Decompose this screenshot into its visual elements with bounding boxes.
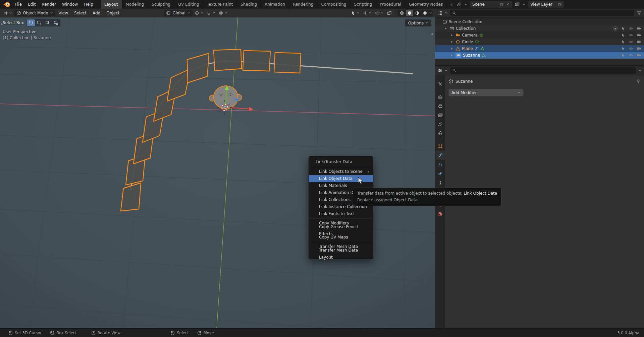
close-icon[interactable] — [506, 2, 510, 6]
copy-icon[interactable] — [500, 2, 504, 6]
tab-particles[interactable] — [436, 160, 445, 169]
options-dropdown[interactable]: Options — [405, 19, 431, 26]
proportional-editing-toggle[interactable] — [217, 10, 229, 16]
chevron-down-icon[interactable] — [464, 3, 467, 6]
3d-viewport[interactable]: Select Box User Perspective (1) Collecti… — [0, 17, 435, 328]
view-layer-selector[interactable]: View Layer — [528, 1, 564, 8]
expand-icon[interactable] — [450, 47, 454, 50]
outliner-search[interactable] — [450, 10, 634, 16]
expand-icon[interactable] — [450, 34, 454, 37]
view-layer-icon[interactable] — [515, 2, 520, 7]
tab-constraints[interactable] — [436, 178, 445, 187]
workspace-tab-shading[interactable]: Shading — [237, 0, 261, 9]
workspace-tab-texture-paint[interactable]: Texture Paint — [203, 0, 237, 9]
render-camera-icon[interactable] — [637, 33, 641, 38]
chevron-down-icon[interactable] — [522, 3, 525, 6]
tab-tool[interactable] — [436, 79, 445, 88]
menu-item-link-fonts-to-text[interactable]: Link Fonts to Text — [309, 210, 373, 217]
menu-item-copy-grease-pencil-effects[interactable]: Copy Grease Pencil Effects — [309, 227, 373, 234]
workspace-tab-uv-editing[interactable]: UV Editing — [174, 0, 203, 9]
tab-view-layer[interactable] — [436, 111, 445, 120]
select-mode-intersect-button[interactable] — [52, 19, 60, 26]
gizmo-plane-handle[interactable] — [235, 98, 238, 101]
tab-render[interactable] — [436, 92, 445, 102]
hide-eye-icon[interactable] — [629, 53, 633, 58]
blender-logo-icon[interactable] — [3, 1, 11, 8]
workspace-tab-procedural[interactable]: Procedural — [376, 0, 405, 9]
select-mode-extend-button[interactable] — [35, 19, 43, 26]
add-workspace-button[interactable]: + — [447, 0, 457, 9]
workspace-tab-animation[interactable]: Animation — [261, 0, 289, 9]
workspace-tab-scripting[interactable]: Scripting — [351, 0, 376, 9]
chevron-down-icon[interactable] — [445, 11, 448, 14]
chevron-down-icon[interactable] — [638, 69, 641, 72]
properties-editor-icon[interactable] — [438, 68, 442, 73]
menu-edit[interactable]: Edit — [25, 0, 39, 9]
outliner-row-camera[interactable]: Camera — [435, 32, 644, 39]
editor-type-button[interactable] — [2, 10, 13, 16]
add-modifier-dropdown[interactable]: Add Modifier — [448, 89, 524, 96]
workspace-tab-compositing[interactable]: Compositing — [317, 0, 350, 9]
outliner-row-suzanne[interactable]: Suzanne — [435, 52, 644, 59]
overlays-dropdown[interactable] — [374, 10, 385, 16]
filter-icon[interactable] — [637, 11, 641, 15]
hide-eye-icon[interactable] — [629, 33, 633, 38]
hide-eye-icon[interactable] — [629, 40, 633, 44]
tab-texture[interactable] — [436, 209, 445, 218]
selectable-pointer-icon[interactable] — [621, 26, 625, 30]
properties-search[interactable] — [450, 67, 636, 74]
scene-icon[interactable] — [457, 2, 462, 7]
selectable-pointer-icon[interactable] — [621, 47, 625, 51]
render-camera-icon[interactable] — [637, 53, 641, 58]
menu-select[interactable]: Select — [71, 9, 89, 17]
workspace-tab-layout[interactable]: Layout — [100, 0, 122, 9]
outliner-editor-icon[interactable] — [438, 11, 442, 15]
shading-material-button[interactable] — [414, 10, 421, 16]
expand-icon[interactable] — [450, 41, 454, 43]
hide-eye-icon[interactable] — [629, 26, 633, 31]
menu-file[interactable]: File — [12, 0, 25, 9]
menu-add[interactable]: Add — [90, 9, 103, 17]
render-camera-icon[interactable] — [637, 46, 641, 51]
tab-object[interactable] — [436, 142, 445, 151]
menu-object[interactable]: Object — [104, 9, 122, 17]
shading-wireframe-button[interactable] — [398, 10, 406, 16]
chevron-down-icon[interactable] — [429, 11, 432, 14]
outliner-row-scene-collection[interactable]: Scene Collection — [435, 18, 644, 25]
workspace-tab-modeling[interactable]: Modeling — [122, 0, 148, 9]
menu-item-transfer-mesh-data-layout[interactable]: Transfer Mesh Data Layout — [309, 250, 373, 257]
properties-search-input[interactable] — [458, 68, 634, 73]
menu-item-copy-uv-maps[interactable]: Copy UV Maps — [309, 234, 373, 241]
menu-window[interactable]: Window — [59, 0, 81, 9]
mode-dropdown[interactable]: Object Mode — [14, 10, 55, 16]
snap-toggle[interactable] — [205, 10, 217, 16]
select-mode-new-button[interactable] — [27, 19, 35, 26]
tab-modifiers[interactable] — [436, 151, 445, 160]
selectable-pointer-icon[interactable] — [621, 40, 625, 44]
selectable-pointer-icon[interactable] — [621, 53, 625, 57]
workspace-tab-rendering[interactable]: Rendering — [289, 0, 317, 9]
menu-render[interactable]: Render — [39, 0, 59, 9]
xray-toggle[interactable] — [386, 10, 393, 16]
selectable-pointer-icon[interactable] — [621, 33, 625, 37]
workspace-tab-sculpting[interactable]: Sculpting — [148, 0, 174, 9]
checkbox-icon[interactable] — [613, 26, 618, 31]
menu-help[interactable]: Help — [81, 0, 96, 9]
outliner-row-collection[interactable]: Collection — [435, 25, 644, 32]
outliner-row-circle[interactable]: Circle — [435, 39, 644, 45]
workspace-tab-geometry-nodes[interactable]: Geometry Nodes — [405, 0, 447, 9]
shading-rendered-button[interactable] — [421, 10, 429, 16]
copy-icon[interactable] — [558, 2, 562, 6]
scene-selector[interactable]: Scene — [470, 1, 512, 8]
tab-world[interactable] — [436, 129, 445, 138]
expand-icon[interactable] — [450, 54, 454, 57]
chevron-down-icon[interactable] — [445, 69, 448, 72]
collapse-icon[interactable] — [444, 27, 448, 30]
render-camera-icon[interactable] — [637, 26, 641, 31]
hide-eye-icon[interactable] — [629, 46, 633, 51]
outliner-search-input[interactable] — [458, 11, 632, 15]
toolbar-expand-icon[interactable] — [1, 21, 3, 26]
tab-physics[interactable] — [436, 169, 445, 178]
pivot-point-dropdown[interactable] — [193, 10, 205, 16]
pin-icon[interactable] — [636, 79, 641, 84]
